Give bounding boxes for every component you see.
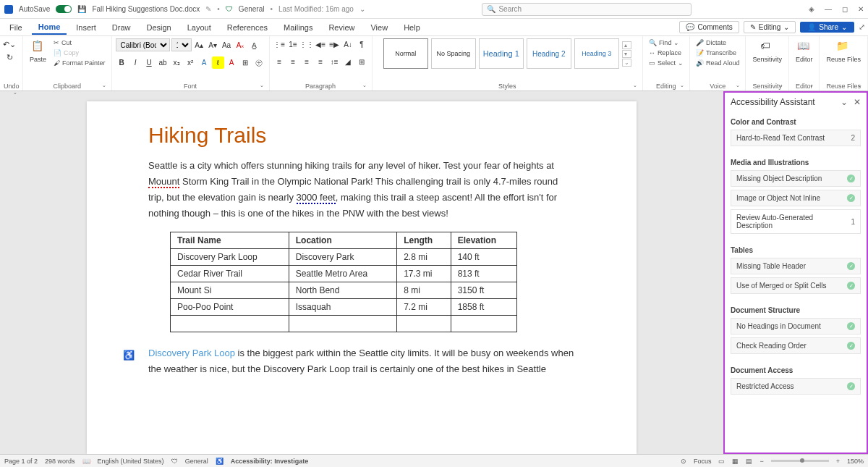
enclose-icon[interactable]: ㊉ — [253, 56, 265, 69]
menu-review[interactable]: Review — [322, 21, 361, 34]
undo-icon[interactable]: ↶⌄ — [4, 38, 15, 50]
line-spacing-icon[interactable]: ↕≡ — [328, 56, 341, 68]
accessibility-indicator-icon[interactable]: ♿ — [123, 348, 132, 356]
increase-font-icon[interactable]: A▴ — [193, 39, 205, 51]
document-canvas[interactable]: Hiking Trails Seattle is a city which of… — [0, 91, 723, 454]
char-shading-icon[interactable]: ⊞ — [239, 56, 252, 69]
sort-icon[interactable]: A↓ — [342, 38, 354, 51]
panel-item[interactable]: No Headings in Document✓ — [731, 318, 861, 335]
language-indicator[interactable]: English (United States) — [98, 458, 164, 465]
strike-button[interactable]: ab — [157, 56, 169, 69]
char-border-icon[interactable]: A̲ — [248, 39, 260, 51]
align-right-icon[interactable]: ≡ — [301, 56, 313, 68]
edit-filename-icon[interactable]: ✎ — [205, 5, 211, 13]
restore-button[interactable]: ◻ — [842, 5, 848, 13]
show-marks-icon[interactable]: ¶ — [356, 38, 368, 51]
style-no-spacing[interactable]: No Spacing — [431, 38, 476, 69]
panel-collapse-icon[interactable]: ⌄ — [841, 97, 848, 107]
increase-indent-icon[interactable]: ≡▶ — [328, 38, 341, 51]
menu-view[interactable]: View — [364, 21, 394, 34]
minimize-button[interactable]: — — [825, 5, 832, 13]
superscript-button[interactable]: x² — [184, 56, 197, 69]
zoom-out-icon[interactable]: − — [760, 458, 763, 465]
redo-icon[interactable]: ↻ — [4, 51, 15, 63]
shading-icon[interactable]: ◢ — [342, 56, 354, 68]
decrease-indent-icon[interactable]: ◀≡ — [315, 38, 327, 51]
menu-references[interactable]: References — [221, 21, 274, 34]
paste-button[interactable]: 📋Paste — [27, 38, 49, 64]
page[interactable]: Hiking Trails Seattle is a city which of… — [87, 101, 637, 454]
copy-button[interactable]: 📄 Copy — [51, 49, 108, 57]
transcribe-button[interactable]: 📝 Transcribe — [694, 49, 742, 57]
font-size-select[interactable]: 11 — [171, 38, 192, 51]
style-heading2[interactable]: Heading 2 — [527, 38, 571, 69]
page-indicator[interactable]: Page 1 of 2 — [4, 458, 38, 465]
subscript-button[interactable]: x₂ — [171, 56, 183, 69]
style-heading3[interactable]: Heading 3 — [574, 38, 619, 69]
doc-paragraph-1[interactable]: Seattle is a city which offers stunning … — [148, 158, 575, 222]
panel-item[interactable]: Use of Merged or Split Cells✓ — [731, 277, 861, 294]
style-normal[interactable]: Normal — [383, 38, 428, 69]
panel-item[interactable]: Hard-to-Read Text Contrast2 — [731, 130, 861, 146]
numbering-icon[interactable]: 1≡ — [287, 38, 299, 51]
decrease-font-icon[interactable]: A▾ — [207, 39, 219, 51]
align-left-icon[interactable]: ≡ — [273, 56, 286, 68]
dictate-button[interactable]: 🎤 Dictate — [694, 38, 742, 47]
highlight-icon[interactable]: ℓ — [212, 56, 224, 69]
save-icon[interactable]: 💾 — [77, 5, 86, 13]
menu-help[interactable]: Help — [397, 21, 427, 34]
accessibility-status[interactable]: Accessibility: Investigate — [231, 458, 309, 465]
menu-mailings[interactable]: Mailings — [277, 21, 319, 34]
bold-button[interactable]: B — [116, 56, 128, 69]
panel-item[interactable]: Image or Object Not Inline✓ — [731, 190, 861, 206]
panel-close-icon[interactable]: ✕ — [854, 97, 861, 107]
text-effects-icon[interactable]: A — [198, 56, 210, 69]
zoom-slider[interactable] — [771, 460, 829, 462]
styles-down-icon[interactable]: ▾ — [622, 50, 631, 58]
read-aloud-button[interactable]: 🔊 Read Aloud — [694, 59, 742, 67]
menu-insert[interactable]: Insert — [69, 21, 103, 34]
focus-label[interactable]: Focus — [694, 458, 712, 465]
trails-table[interactable]: Trail NameLocationLengthElevation Discov… — [170, 232, 517, 332]
clear-format-icon[interactable]: Aₓ — [234, 39, 247, 51]
styles-up-icon[interactable]: ▴ — [622, 41, 631, 49]
select-button[interactable]: ▭ Select ⌄ — [647, 59, 686, 67]
borders-icon[interactable]: ⊞ — [356, 56, 368, 68]
reuse-files-button[interactable]: 📁Reuse Files — [823, 38, 864, 64]
panel-item[interactable]: Missing Object Description✓ — [731, 170, 861, 187]
view-print-icon[interactable]: ▦ — [732, 458, 739, 465]
cut-button[interactable]: ✂ Cut — [51, 38, 108, 47]
panel-item[interactable]: Review Auto-Generated Description1 — [731, 209, 861, 234]
view-read-icon[interactable]: ▭ — [718, 458, 725, 465]
find-button[interactable]: 🔍 Find ⌄ — [647, 38, 686, 47]
change-case-icon[interactable]: Aa — [221, 39, 233, 51]
menu-design[interactable]: Design — [140, 21, 177, 34]
share-button[interactable]: 👤 Share ⌄ — [800, 22, 854, 33]
ribbon-toggle-icon[interactable]: ⤢ — [859, 22, 865, 32]
multilevel-icon[interactable]: ⋮⋮ — [301, 38, 313, 51]
font-color-icon[interactable]: A — [226, 56, 238, 69]
doc-title[interactable]: Hiking Trails — [148, 123, 575, 148]
word-count[interactable]: 298 words — [45, 458, 75, 465]
menu-home[interactable]: Home — [32, 20, 67, 35]
diamond-icon[interactable]: ◈ — [809, 5, 814, 13]
menu-file[interactable]: File — [3, 21, 29, 34]
menu-layout[interactable]: Layout — [181, 21, 218, 34]
format-painter-button[interactable]: 🖌 Format Painter — [51, 59, 108, 67]
zoom-in-icon[interactable]: + — [836, 458, 840, 465]
sensitivity-button[interactable]: 🏷Sensitivity — [749, 38, 785, 64]
doc-paragraph-2[interactable]: ♿ Discovery Park Loop is the biggest par… — [148, 345, 575, 377]
autosave-toggle[interactable] — [56, 5, 72, 13]
menu-draw[interactable]: Draw — [106, 21, 137, 34]
comments-button[interactable]: 💬 Comments — [679, 21, 739, 33]
underline-button[interactable]: U — [143, 56, 156, 69]
justify-icon[interactable]: ≡ — [315, 56, 327, 68]
panel-item[interactable]: Restricted Access✓ — [731, 378, 861, 395]
modified-chevron-icon[interactable]: ⌄ — [359, 5, 365, 13]
style-heading1[interactable]: Heading 1 — [479, 38, 524, 69]
spell-check-icon[interactable]: 📖 — [82, 458, 90, 465]
bullets-icon[interactable]: ⋮≡ — [273, 38, 286, 51]
styles-more-icon[interactable]: ⌄ — [622, 59, 631, 67]
italic-button[interactable]: I — [129, 56, 142, 69]
close-button[interactable]: ✕ — [858, 5, 864, 13]
